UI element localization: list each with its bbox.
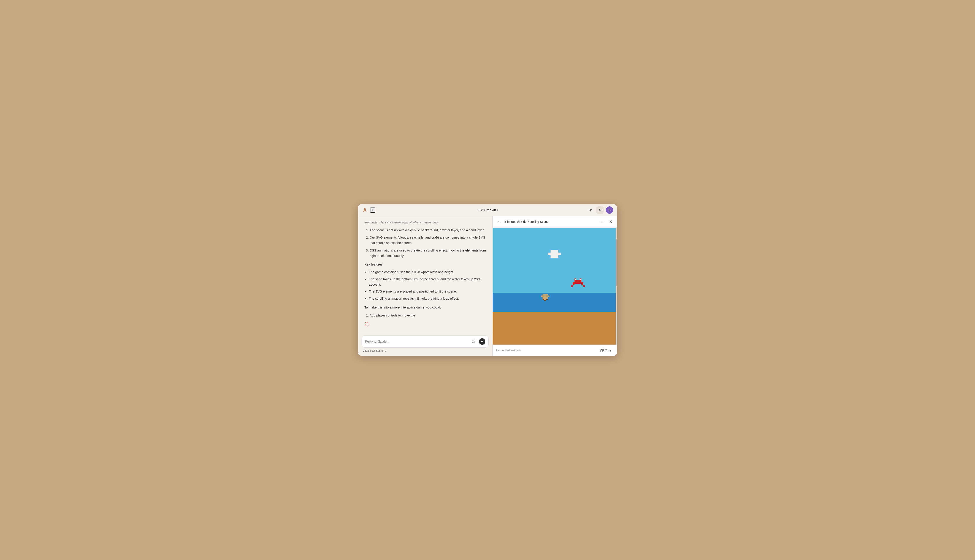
scrollbar-track — [616, 228, 617, 345]
preview-title: 8-bit Beach Side-Scrolling Scene — [504, 220, 597, 223]
header-center: 8-Bit Crab Art ▾ — [446, 208, 528, 212]
svg-rect-43 — [548, 295, 550, 297]
svg-rect-8 — [553, 255, 556, 258]
cloud-sprite — [542, 249, 568, 263]
preview-close-button[interactable]: ✕ — [608, 219, 613, 225]
svg-rect-7 — [550, 255, 553, 258]
svg-rect-27 — [582, 282, 583, 284]
svg-rect-10 — [548, 253, 550, 255]
svg-rect-11 — [550, 253, 553, 255]
last-edited-text: Last edited just now — [496, 348, 598, 352]
svg-rect-32 — [573, 284, 575, 285]
numbered-list: The scene is set up with a sky-blue back… — [365, 228, 486, 258]
svg-rect-19 — [576, 280, 578, 282]
svg-rect-44 — [543, 297, 544, 299]
model-chevron-icon: ∨ — [385, 349, 387, 352]
svg-rect-21 — [580, 280, 582, 282]
svg-rect-15 — [550, 250, 553, 253]
svg-rect-20 — [578, 280, 580, 282]
svg-rect-23 — [575, 282, 576, 284]
svg-rect-31 — [580, 279, 581, 280]
svg-rect-17 — [556, 250, 558, 253]
project-title-text: 8-Bit Crab Art — [477, 208, 496, 212]
game-canvas — [493, 228, 617, 345]
model-selector[interactable]: Claude 3.5 Sonnet ∨ — [362, 349, 488, 352]
svg-point-4 — [600, 210, 601, 210]
svg-rect-46 — [546, 297, 548, 299]
svg-rect-22 — [573, 282, 575, 284]
sand-layer — [493, 312, 617, 345]
chat-input-box — [362, 335, 488, 348]
header-left: + — [362, 207, 444, 213]
list-item: The scrolling animation repeats infinite… — [369, 296, 486, 302]
preview-footer: Last edited just now Copy — [493, 345, 617, 356]
seashell-sprite — [540, 292, 553, 304]
svg-rect-37 — [544, 294, 546, 295]
bullet-list: The game container uses the full viewpor… — [365, 269, 486, 302]
list-item: Add player controls to move the — [370, 313, 486, 318]
scrollbar-thumb[interactable] — [616, 239, 617, 286]
list-item: The scene is set up with a sky-blue back… — [370, 228, 486, 233]
svg-point-3 — [599, 209, 600, 209]
svg-rect-9 — [556, 255, 558, 258]
list-item: The sand takes up the bottom 30% of the … — [369, 277, 486, 287]
attach-button[interactable] — [470, 338, 477, 345]
project-title[interactable]: 8-Bit Crab Art ▾ — [477, 208, 498, 212]
svg-rect-14 — [558, 253, 561, 255]
list-item: The game container uses the full viewpor… — [369, 269, 486, 275]
header: + 8-Bit Crab Art ▾ — [358, 204, 617, 216]
numbered-list-2: Add player controls to move the — [365, 313, 486, 318]
list-item: CSS animations are used to create the sc… — [370, 248, 486, 258]
list-item: Our SVG elements (clouds, seashells, and… — [370, 235, 486, 246]
copy-button[interactable]: Copy — [598, 347, 613, 353]
intro-text: elements. Here's a breakdown of what's h… — [365, 220, 486, 224]
svg-rect-41 — [544, 295, 546, 297]
svg-rect-24 — [576, 282, 578, 284]
header-right: S — [531, 207, 613, 214]
loading-spinner — [365, 322, 486, 328]
anthropic-logo — [362, 207, 368, 213]
copy-label: Copy — [605, 348, 612, 352]
app-window: + 8-Bit Crab Art ▾ — [358, 204, 617, 356]
svg-rect-26 — [580, 282, 582, 284]
stop-button[interactable] — [479, 338, 485, 345]
chat-input[interactable] — [365, 340, 468, 343]
preview-more-button[interactable]: ··· — [599, 219, 605, 225]
svg-rect-39 — [541, 295, 543, 297]
chat-panel: elements. Here's a breakdown of what's h… — [358, 216, 493, 356]
preview-back-button[interactable]: ← — [496, 219, 502, 225]
svg-rect-30 — [575, 279, 576, 280]
back-icon: ← — [497, 220, 501, 224]
avatar[interactable]: S — [606, 207, 613, 214]
svg-rect-12 — [553, 253, 556, 255]
svg-rect-52 — [601, 350, 603, 352]
chat-content: elements. Here's a breakdown of what's h… — [358, 216, 492, 333]
svg-rect-38 — [546, 294, 548, 295]
svg-rect-6 — [481, 341, 483, 342]
svg-rect-45 — [544, 297, 546, 299]
share-button[interactable] — [587, 207, 594, 214]
svg-rect-18 — [575, 280, 576, 282]
crab-sprite — [570, 276, 590, 292]
svg-rect-50 — [546, 299, 548, 300]
list-item: The SVG elements are scaled and position… — [369, 289, 486, 294]
settings-button[interactable] — [596, 207, 603, 214]
svg-rect-34 — [571, 285, 573, 287]
svg-rect-36 — [543, 294, 544, 295]
preview-header: ← 8-bit Beach Side-Scrolling Scene ··· ✕ — [493, 216, 617, 228]
svg-rect-42 — [546, 295, 548, 297]
interactive-note: To make this into a more interactive gam… — [365, 305, 486, 310]
model-label: Claude 3.5 Sonnet — [363, 349, 384, 352]
svg-point-5 — [599, 210, 600, 211]
preview-panel: ← 8-bit Beach Side-Scrolling Scene ··· ✕ — [493, 216, 617, 356]
chat-input-area: Claude 3.5 Sonnet ∨ — [358, 333, 492, 356]
svg-rect-49 — [544, 300, 546, 301]
svg-rect-35 — [583, 285, 585, 287]
chat-text: The scene is set up with a sky-blue back… — [365, 228, 486, 318]
svg-rect-25 — [578, 282, 580, 284]
new-chat-button[interactable]: + — [370, 207, 375, 213]
svg-rect-33 — [582, 284, 583, 285]
svg-rect-48 — [543, 299, 544, 300]
water-layer — [493, 293, 617, 314]
chevron-down-icon: ▾ — [497, 208, 498, 212]
